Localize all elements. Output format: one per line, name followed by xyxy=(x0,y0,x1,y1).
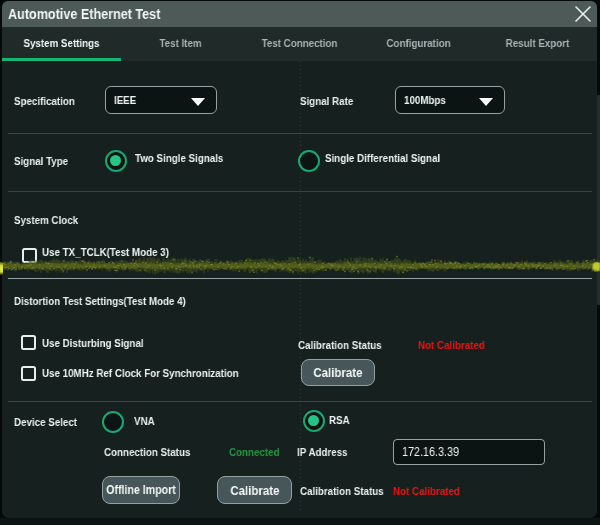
radio-rsa[interactable] xyxy=(303,410,325,432)
waveform-noise-trace xyxy=(0,250,600,282)
two-single-signals-label: Two Single Signals xyxy=(135,152,223,164)
use-10mhz-ref-clock-checkbox[interactable] xyxy=(21,366,36,381)
dialog-titlebar: Automotive Ethernet Test xyxy=(2,1,597,27)
noise-edge-blob xyxy=(594,262,599,271)
radio-vna[interactable] xyxy=(102,411,124,433)
ip-address-value: 172.16.3.39 xyxy=(402,440,459,464)
tab-configuration[interactable]: Configuration xyxy=(368,27,469,61)
ip-address-input[interactable]: 172.16.3.39 xyxy=(393,439,545,465)
close-button[interactable] xyxy=(572,4,594,24)
dialog-title: Automotive Ethernet Test xyxy=(8,1,160,27)
oscilloscope-screen: Automotive Ethernet Test System Settings… xyxy=(0,0,600,525)
radio-two-single-signals[interactable] xyxy=(105,150,127,172)
use-disturbing-signal-label: Use Disturbing Signal xyxy=(42,337,144,349)
connection-status-value: Connected xyxy=(229,446,280,458)
signal-rate-label: Signal Rate xyxy=(300,95,353,107)
vna-label: VNA xyxy=(134,415,155,427)
ip-address-label: IP Address xyxy=(297,446,348,458)
rsa-label: RSA xyxy=(329,414,350,426)
system-clock-label: System Clock xyxy=(14,214,78,226)
channel-marker xyxy=(0,262,3,275)
use-10mhz-ref-clock-label: Use 10MHz Ref Clock For Synchronization xyxy=(42,367,239,379)
active-tab-underline xyxy=(2,58,121,61)
signal-rate-dropdown[interactable]: 100Mbps xyxy=(395,86,505,114)
graticule-center-line xyxy=(300,61,301,510)
offline-import-button-label: Offline Import xyxy=(106,483,176,497)
offline-import-button[interactable]: Offline Import xyxy=(102,476,180,504)
dropdown-arrow-icon xyxy=(191,98,205,106)
device-calibration-status-label: Calibration Status xyxy=(300,485,384,497)
signal-type-label: Signal Type xyxy=(14,155,68,167)
tab-test-item[interactable]: Test Item xyxy=(130,27,231,61)
device-calibrate-button-label: Calibrate xyxy=(230,483,279,498)
radio-dot xyxy=(308,415,319,426)
specification-label: Specification xyxy=(14,95,75,107)
tab-bar: System Settings Test Item Test Connectio… xyxy=(2,27,597,61)
distortion-calibrate-button-label: Calibrate xyxy=(313,365,362,380)
specification-value: IEEE xyxy=(114,87,136,113)
use-disturbing-signal-checkbox[interactable] xyxy=(21,335,36,350)
connection-status-label: Connection Status xyxy=(104,446,190,458)
device-select-label: Device Select xyxy=(14,416,77,428)
radio-dot xyxy=(110,155,121,166)
distortion-calibration-status-label: Calibration Status xyxy=(298,339,382,351)
distortion-calibrate-button[interactable]: Calibrate xyxy=(301,359,375,386)
distortion-settings-label: Distortion Test Settings(Test Mode 4) xyxy=(14,295,186,307)
tab-system-settings[interactable]: System Settings xyxy=(11,27,112,61)
close-icon xyxy=(575,6,591,22)
tab-test-connection[interactable]: Test Connection xyxy=(249,27,350,61)
single-differential-signal-label: Single Differential Signal xyxy=(325,152,440,164)
dropdown-arrow-icon xyxy=(479,98,493,106)
screen-bottom-strip xyxy=(0,518,600,525)
tab-result-export[interactable]: Result Export xyxy=(487,27,588,61)
distortion-calibration-status-value: Not Calibrated xyxy=(418,339,485,351)
signal-rate-value: 100Mbps xyxy=(404,87,446,113)
device-calibration-status-value: Not Calibrated xyxy=(393,485,460,497)
specification-dropdown[interactable]: IEEE xyxy=(105,86,217,114)
device-calibrate-button[interactable]: Calibrate xyxy=(217,476,292,504)
